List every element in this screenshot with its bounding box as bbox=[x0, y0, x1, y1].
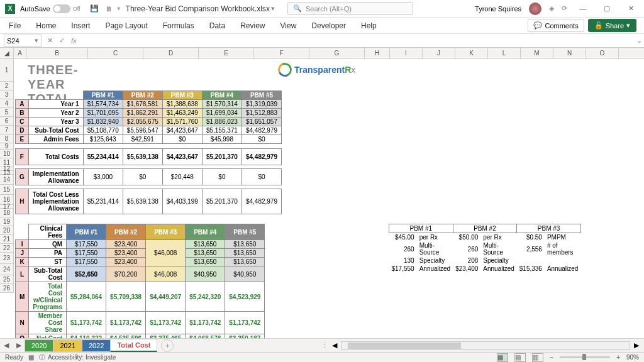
toggle-off-icon[interactable] bbox=[53, 4, 70, 13]
search-icon: 🔍 bbox=[293, 4, 302, 13]
name-box[interactable]: S24▾ bbox=[4, 35, 42, 47]
select-all[interactable]: ◢ bbox=[0, 48, 14, 58]
normal-view-icon[interactable]: ▦ bbox=[497, 353, 508, 362]
tab-pagelayout[interactable]: Page Layout bbox=[104, 19, 148, 33]
zoom-slider[interactable] bbox=[560, 356, 610, 358]
maximize-button[interactable]: ▢ bbox=[599, 3, 615, 15]
minimize-button[interactable]: — bbox=[575, 3, 591, 15]
titlebar: X AutoSave Off 💾 🗎 ▾ Three-Year Bid Comp… bbox=[0, 0, 644, 18]
zoom-level[interactable]: 90% bbox=[626, 354, 639, 361]
row-header[interactable]: 10 bbox=[0, 150, 14, 158]
row-header[interactable]: 6 bbox=[0, 117, 14, 126]
row-header[interactable]: 1 bbox=[0, 59, 14, 82]
col-header[interactable]: F bbox=[254, 48, 309, 58]
comments-button[interactable]: 💬 Comments bbox=[528, 19, 584, 32]
cancel-formula-icon[interactable]: ✕ bbox=[45, 36, 55, 45]
row-header[interactable]: 7 bbox=[0, 126, 14, 134]
status-bar: Ready ▦ ⓘ Accessibility: Investigate ▦ ▤… bbox=[0, 352, 644, 362]
row-header[interactable]: 23 bbox=[0, 253, 14, 264]
row-header[interactable]: 26 bbox=[0, 284, 14, 293]
row-header[interactable]: 15 bbox=[0, 185, 14, 195]
row-header[interactable]: 4 bbox=[0, 99, 14, 108]
col-header[interactable]: K bbox=[455, 48, 488, 58]
tab-data[interactable]: Data bbox=[208, 19, 226, 33]
col-header[interactable]: L bbox=[488, 48, 521, 58]
expand-formula-icon[interactable]: ⌄ bbox=[634, 36, 644, 45]
diamond-icon[interactable]: ◈ bbox=[549, 4, 554, 13]
row-header[interactable]: 2 bbox=[0, 82, 14, 90]
col-header[interactable]: C bbox=[88, 48, 143, 58]
row-header[interactable]: 22 bbox=[0, 244, 14, 253]
scroll-left-icon[interactable]: ◀ bbox=[332, 341, 337, 349]
sheet-tab-2022[interactable]: 2022 bbox=[82, 339, 111, 352]
filename[interactable]: Three-Year Bid Comparison Workbook.xlsx bbox=[126, 4, 270, 13]
side-table[interactable]: PBM #1PBM #2PBM #3$45.00per Rx$50.00per … bbox=[389, 224, 581, 273]
row-header[interactable]: 20 bbox=[0, 226, 14, 235]
row-header[interactable]: 9 bbox=[0, 143, 14, 150]
col-header[interactable]: M bbox=[521, 48, 553, 58]
next-sheet-icon[interactable]: ▶ bbox=[13, 341, 25, 349]
row-header[interactable]: 19 bbox=[0, 217, 14, 226]
col-header[interactable]: H bbox=[365, 48, 390, 58]
tab-home[interactable]: Home bbox=[35, 19, 57, 33]
sheet-tab-total[interactable]: Total Cost bbox=[110, 339, 157, 352]
page-break-icon[interactable]: ▥ bbox=[532, 353, 543, 362]
row-header[interactable]: 3 bbox=[0, 90, 14, 99]
add-sheet-button[interactable]: + bbox=[161, 339, 174, 352]
sheet-tab-2020[interactable]: 2020 bbox=[25, 339, 53, 352]
autosave-state: Off bbox=[73, 6, 80, 12]
sync-icon[interactable]: ⟳ bbox=[562, 4, 567, 13]
col-header[interactable]: B bbox=[26, 48, 88, 58]
save-icon[interactable]: 💾 bbox=[89, 4, 99, 14]
close-button[interactable]: ✕ bbox=[623, 3, 639, 15]
tab-file[interactable]: File bbox=[8, 19, 22, 33]
row-header[interactable]: 25 bbox=[0, 275, 14, 284]
tab-insert[interactable]: Insert bbox=[70, 19, 91, 33]
tab-review[interactable]: Review bbox=[239, 19, 266, 33]
doc-icon[interactable]: 🗎 bbox=[104, 4, 114, 14]
search-input[interactable]: 🔍 Search (Alt+Q) bbox=[287, 2, 413, 15]
fx-icon[interactable]: fx bbox=[69, 37, 79, 45]
sheet-tabs: ◀ ▶ 2020 2021 2022 Total Cost + ⋮ ◀ ▶ bbox=[0, 338, 644, 352]
row-header[interactable]: 5 bbox=[0, 108, 14, 117]
sheet-tab-2021[interactable]: 2021 bbox=[53, 339, 82, 352]
autosave-toggle[interactable]: AutoSave Off bbox=[20, 4, 80, 13]
row-header[interactable]: 14 bbox=[0, 175, 14, 185]
col-header[interactable]: O bbox=[586, 48, 619, 58]
main-table[interactable]: PBM #1PBM #2PBM #3PBM #4PBM #5AYear 1$1,… bbox=[15, 90, 282, 214]
user-name[interactable]: Tyrone Squires bbox=[475, 5, 521, 13]
col-header[interactable]: J bbox=[423, 48, 455, 58]
page-layout-icon[interactable]: ▤ bbox=[514, 353, 526, 362]
status-ready: Ready bbox=[5, 354, 23, 361]
macro-icon[interactable]: ▦ bbox=[28, 354, 34, 361]
row-header[interactable]: 21 bbox=[0, 235, 14, 244]
scroll-right-icon[interactable]: ▶ bbox=[634, 341, 639, 349]
col-header[interactable]: E bbox=[199, 48, 254, 58]
col-header[interactable]: G bbox=[309, 48, 365, 58]
row-header[interactable]: 24 bbox=[0, 264, 14, 275]
formula-input[interactable] bbox=[81, 34, 634, 47]
clinical-table[interactable]: Clinical FeesPBM #1PBM #2PBM #3PBM #4PBM… bbox=[15, 224, 265, 341]
prev-sheet-icon[interactable]: ◀ bbox=[0, 341, 13, 349]
col-header[interactable]: D bbox=[143, 48, 199, 58]
row-header[interactable]: 8 bbox=[0, 134, 14, 143]
row-header[interactable]: 18 bbox=[0, 209, 14, 217]
tab-help[interactable]: Help bbox=[360, 19, 378, 33]
tab-view[interactable]: View bbox=[279, 19, 298, 33]
accept-formula-icon[interactable]: ✓ bbox=[57, 36, 67, 45]
col-header[interactable]: N bbox=[553, 48, 586, 58]
zoom-in-icon[interactable]: + bbox=[616, 354, 620, 361]
logo-icon bbox=[276, 61, 294, 79]
tab-formulas[interactable]: Formulas bbox=[162, 19, 196, 33]
horizontal-scrollbar[interactable] bbox=[341, 341, 630, 350]
avatar[interactable] bbox=[529, 3, 541, 15]
logo: TransparentRx bbox=[278, 63, 355, 77]
tab-developer[interactable]: Developer bbox=[310, 19, 347, 33]
share-button[interactable]: 🔓 Share ▾ bbox=[588, 19, 636, 32]
col-header[interactable]: I bbox=[390, 48, 423, 58]
zoom-out-icon[interactable]: − bbox=[550, 354, 553, 361]
col-header[interactable]: A bbox=[14, 48, 26, 58]
grid[interactable]: ◢ A B C D E F G H I J K L M N O 12345678… bbox=[0, 48, 644, 341]
status-accessibility[interactable]: Accessibility: Investigate bbox=[48, 354, 116, 361]
accessibility-icon[interactable]: ⓘ bbox=[39, 353, 45, 362]
